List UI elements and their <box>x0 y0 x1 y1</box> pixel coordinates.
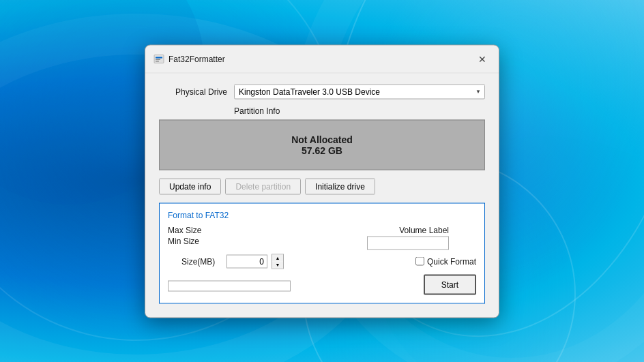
spinner-up-button[interactable]: ▲ <box>272 254 283 261</box>
size-mb-label: Size(MB) <box>181 256 222 266</box>
size-mb-row: Size(MB) ▲ ▼ Quick Format <box>168 254 476 269</box>
volume-label-label: Volume Label <box>399 225 449 235</box>
format-section: Format to FAT32 Max Size Volume Label Mi… <box>159 202 485 303</box>
partition-status: Not Allocated <box>291 134 353 145</box>
format-title: Format to FAT32 <box>168 210 476 220</box>
physical-drive-label: Physical Drive <box>159 87 227 96</box>
dialog-content: Physical Drive Kingston DataTraveler 3.0… <box>145 73 499 317</box>
physical-drive-row: Physical Drive Kingston DataTraveler 3.0… <box>159 84 485 99</box>
update-info-button[interactable]: Update info <box>159 178 221 194</box>
drive-select-wrapper[interactable]: Kingston DataTraveler 3.0 USB Device ▼ <box>234 84 485 99</box>
start-button[interactable]: Start <box>424 274 476 295</box>
partition-info-label: Partition Info <box>234 106 485 115</box>
title-bar: Fat32Formatter ✕ <box>145 45 499 73</box>
progress-bar <box>168 280 291 291</box>
quick-format-text: Quick Format <box>427 256 476 266</box>
drive-select[interactable]: Kingston DataTraveler 3.0 USB Device <box>234 84 485 99</box>
size-spinner[interactable]: ▲ ▼ <box>272 254 284 269</box>
min-size-label: Min Size <box>168 236 199 250</box>
svg-rect-6 <box>156 59 160 60</box>
delete-partition-button[interactable]: Delete partition <box>225 178 301 194</box>
window-title: Fat32Formatter <box>169 54 225 63</box>
size-input[interactable] <box>226 254 267 268</box>
app-icon <box>153 53 164 64</box>
action-buttons-row: Update info Delete partition Initialize … <box>159 178 485 194</box>
title-bar-left: Fat32Formatter <box>153 53 225 64</box>
partition-info-box: Not Allocated 57.62 GB <box>159 119 485 170</box>
formatter-icon <box>153 53 164 64</box>
close-button[interactable]: ✕ <box>474 50 491 67</box>
fat32formatter-dialog: Fat32Formatter ✕ Physical Drive Kingston… <box>145 44 499 318</box>
volume-label-input[interactable] <box>367 236 449 250</box>
svg-rect-5 <box>156 57 162 58</box>
initialize-drive-button[interactable]: Initialize drive <box>305 178 375 194</box>
spinner-down-button[interactable]: ▼ <box>272 261 283 268</box>
svg-rect-7 <box>156 61 159 62</box>
max-size-label: Max Size <box>168 225 201 235</box>
quick-format-checkbox[interactable] <box>415 257 424 266</box>
quick-format-label[interactable]: Quick Format <box>415 256 476 266</box>
partition-size: 57.62 GB <box>302 145 342 155</box>
